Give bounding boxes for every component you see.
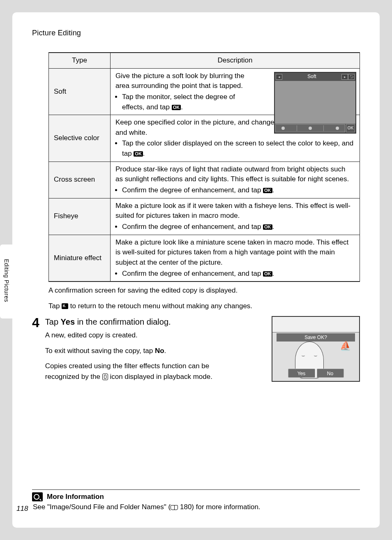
ok-icon: OK	[263, 271, 272, 277]
desc-text: Make a picture look like a miniature sce…	[115, 238, 348, 266]
more-info-text-a: See "Image/Sound File and Folder Names" …	[33, 503, 171, 511]
slider-dot	[309, 127, 312, 130]
col-desc: Description	[111, 53, 360, 68]
type-cell: Miniature effect	[49, 235, 111, 282]
effects-table: Type Description Soft Give the picture a…	[48, 52, 360, 282]
ok-icon: OK	[134, 151, 143, 157]
page-header: Picture Editing	[32, 29, 360, 37]
slider-dot	[281, 127, 285, 130]
save-confirm-screen: Save OK? ⛵ Yes No	[272, 316, 360, 382]
no-label: No	[155, 347, 164, 355]
type-cell: Cross screen	[49, 162, 111, 198]
desc-text: Give the picture a soft look by blurring…	[115, 72, 244, 90]
soft-preview-screen: ◂ Soft ▸ ⮌	[274, 72, 356, 134]
yes-label: Yes	[61, 317, 75, 326]
ok-icon: OK	[263, 224, 272, 230]
side-section-label: Editing Pictures	[3, 259, 10, 302]
ok-icon: OK	[263, 188, 272, 193]
type-cell: Soft	[49, 68, 111, 115]
main-content: Type Description Soft Give the picture a…	[48, 52, 360, 387]
step-p1: A new, edited copy is created.	[45, 330, 234, 341]
step-number: 4	[32, 316, 39, 329]
page: Picture Editing Editing Pictures Type De…	[12, 12, 380, 528]
desc-text: Make a picture look as if it were taken …	[115, 202, 350, 220]
book-icon	[171, 505, 178, 510]
return-note-a: Tap	[48, 302, 62, 310]
effect-slider[interactable]	[275, 124, 345, 132]
bullet-text: Tap the color slider displayed on the sc…	[122, 139, 353, 157]
step-p2b: .	[164, 347, 166, 355]
bullet-end: .	[272, 223, 274, 231]
bullet-text: Confirm the degree of enhancement, and t…	[122, 223, 263, 231]
info-icon	[32, 492, 43, 501]
ok-icon: OK	[172, 105, 181, 110]
step-p2a: To exit without saving the copy, tap	[45, 347, 155, 355]
bullet-end: .	[272, 186, 274, 194]
desc-cell: Give the picture a soft look by blurring…	[111, 68, 360, 115]
filter-icon	[102, 374, 108, 380]
type-cell: Fisheye	[49, 198, 111, 235]
table-row: Cross screen Produce star-like rays of l…	[49, 162, 360, 198]
return-icon	[62, 303, 68, 309]
bullet-end: .	[181, 103, 183, 111]
prev-arrow-icon[interactable]: ◂	[276, 74, 282, 80]
bullet-end: .	[272, 270, 274, 277]
table-row: Fisheye Make a picture look as if it wer…	[49, 198, 360, 235]
after-table-text: A confirmation screen for saving the edi…	[48, 285, 360, 311]
boat-icon: ⛵	[340, 341, 351, 351]
desc-text: Produce star-like rays of light that rad…	[115, 165, 349, 183]
return-note-b: to return to the retouch menu without ma…	[68, 302, 252, 310]
no-button[interactable]: No	[317, 369, 344, 378]
desc-cell: Produce star-like rays of light that rad…	[111, 162, 360, 198]
more-info-pageref: 180) for more information.	[178, 503, 260, 511]
bullet-end: .	[143, 150, 145, 157]
more-info-section: More Information See "Image/Sound File a…	[32, 489, 360, 511]
page-number: 118	[16, 505, 28, 513]
bullet-text: Confirm the degree of enhancement, and t…	[122, 270, 263, 277]
mini-title: Soft	[282, 73, 341, 80]
col-type: Type	[49, 53, 111, 68]
next-arrow-icon[interactable]: ▸	[341, 74, 348, 80]
return-icon[interactable]: ⮌	[348, 74, 355, 80]
table-row: Miniature effect Make a picture look lik…	[49, 235, 360, 282]
slider-dot	[336, 127, 339, 130]
confirm-note: A confirmation screen for saving the edi…	[48, 285, 360, 296]
more-info-title: More Information	[47, 493, 104, 501]
type-cell: Selective color	[49, 115, 111, 162]
ok-button[interactable]: OK	[346, 124, 355, 132]
desc-cell: Make a picture look as if it were taken …	[111, 198, 360, 235]
yes-button[interactable]: Yes	[288, 369, 315, 378]
desc-cell: Make a picture look like a miniature sce…	[111, 235, 360, 282]
table-row: Soft Give the picture a soft look by blu…	[49, 68, 360, 115]
step-4: 4 Save OK? ⛵ Yes No Tap Yes in the confi…	[32, 316, 360, 387]
preview-body	[275, 81, 355, 124]
step-p3b: icon displayed in playback mode.	[108, 373, 212, 381]
bullet-text: Confirm the degree of enhancement, and t…	[122, 186, 263, 194]
